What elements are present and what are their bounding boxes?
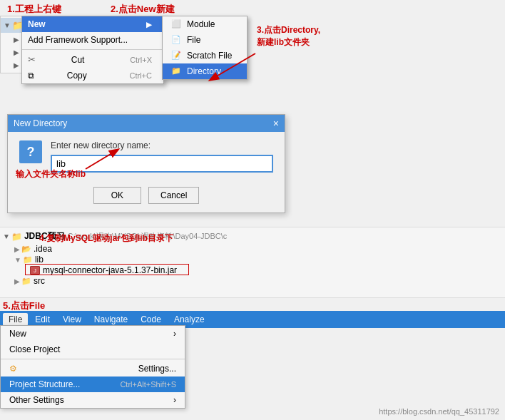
menu-new[interactable]: New ▶: [22, 16, 163, 32]
middle-src[interactable]: ▶ 📁 src: [14, 276, 502, 286]
new-directory-dialog: New Directory × ? Enter new directory na…: [7, 114, 285, 213]
submenu-file[interactable]: 📄 File: [163, 32, 247, 48]
jar-label: mysql-connector-java-5.1.37-bin.jar: [43, 265, 177, 275]
cancel-button[interactable]: Cancel: [148, 187, 199, 204]
menu-copy[interactable]: ⧉ Copy Ctrl+C: [22, 68, 163, 83]
middle-root-icon: 📁: [11, 232, 22, 242]
cut-label: Cut: [71, 55, 85, 65]
step3-annotation: 3.点击Directory,新建lib文件夹: [257, 24, 371, 48]
jar-icon: J: [30, 266, 40, 275]
src-icon2: 📁: [21, 277, 31, 286]
bottom-project-structure[interactable]: Project Structure... Ctrl+Alt+Shift+S: [1, 377, 185, 392]
bottom-close-project[interactable]: Close Project: [1, 342, 185, 357]
directory-icon: 📁: [171, 66, 183, 76]
project-structure-label: Project Structure...: [9, 379, 80, 389]
middle-lib[interactable]: ▼ 📁 lib: [14, 255, 502, 265]
module-icon: ⬜: [171, 19, 183, 29]
idea-arrow: ▶: [14, 245, 20, 253]
bottom-new-arrow: ›: [173, 329, 176, 339]
module-label: Module: [187, 19, 215, 29]
context-menu: New ▶ Add Framework Support... ✂ Cut Ctr…: [21, 16, 164, 84]
submenu-module[interactable]: ⬜ Module: [163, 16, 247, 32]
menu-add-framework[interactable]: Add Framework Support...: [22, 32, 163, 48]
bottom-sep1: [1, 359, 185, 359]
dialog-close-button[interactable]: ×: [273, 118, 279, 129]
cut-icon: ✂: [28, 54, 36, 65]
menubar-view[interactable]: View: [57, 313, 87, 326]
settings-gear-icon: ⚙: [9, 364, 17, 374]
other-settings-arrow: ›: [173, 395, 176, 405]
bottom-file-menu: New › Close Project ⚙ Settings... Projec…: [0, 325, 185, 409]
step2-annotation: 2.点击New新建: [111, 3, 175, 16]
dialog-title-bar: New Directory ×: [8, 115, 285, 132]
idea-label2: .idea: [34, 244, 52, 254]
menu-sep1: [22, 49, 163, 50]
middle-jar[interactable]: J mysql-connector-java-5.1.37-bin.jar: [14, 265, 502, 275]
submenu-directory[interactable]: 📁 Directory: [163, 63, 247, 79]
input-annotation: 输入文件夹名称lib: [16, 168, 86, 180]
tree-expand-arrow: ▼: [4, 21, 12, 29]
dialog-title: New Directory: [14, 118, 67, 128]
submenu-scratch[interactable]: 📝 Scratch File: [163, 48, 247, 63]
scratch-icon: 📝: [171, 51, 183, 61]
dialog-buttons: OK Cancel: [8, 181, 285, 212]
step4-annotation: 4.复制MySQL驱动jar包到lib目录下: [39, 232, 173, 245]
middle-idea[interactable]: ▶ 📂 .idea: [14, 244, 502, 254]
dialog-question-icon: ?: [19, 140, 42, 163]
menubar-analyze[interactable]: Analyze: [168, 313, 210, 326]
idea-icon2: 📂: [21, 245, 31, 254]
middle-collapse-arrow: ▼: [3, 232, 10, 240]
menu-cut[interactable]: ✂ Cut Ctrl+X: [22, 51, 163, 68]
copy-shortcut: Ctrl+C: [130, 71, 152, 80]
copy-label: Copy: [67, 71, 87, 81]
menubar-edit[interactable]: Edit: [29, 313, 56, 326]
submenu: ⬜ Module 📄 File 📝 Scratch File 📁 Directo…: [162, 16, 248, 80]
csdn-watermark: https://blog.csdn.net/qq_45311792: [379, 407, 499, 416]
lib-label: lib: [35, 255, 44, 265]
file-label: File: [187, 35, 200, 45]
directory-label: Directory: [187, 66, 221, 76]
file-icon: 📄: [171, 35, 183, 45]
menubar-code[interactable]: Code: [135, 313, 167, 326]
step1-annotation: 1.工程上右键: [7, 3, 61, 16]
src-label2: src: [34, 276, 45, 286]
lib-arrow: ▼: [14, 256, 21, 264]
project-structure-shortcut: Ctrl+Alt+Shift+S: [120, 380, 176, 389]
cut-shortcut: Ctrl+X: [130, 56, 152, 64]
menubar-file[interactable]: File: [3, 313, 28, 326]
menubar-navigate[interactable]: Navigate: [88, 313, 133, 326]
new-label: New: [28, 19, 46, 29]
bottom-settings-label: Settings...: [138, 364, 176, 374]
add-framework-label: Add Framework Support...: [28, 35, 128, 45]
new-arrow: ▶: [146, 21, 152, 29]
copy-icon: ⧉: [28, 71, 34, 81]
bottom-new[interactable]: New ›: [1, 326, 185, 342]
scratch-label: Scratch File: [187, 51, 232, 61]
bottom-other-settings[interactable]: Other Settings ›: [1, 392, 185, 408]
lib-icon: 📁: [23, 255, 33, 265]
ok-button[interactable]: OK: [93, 187, 141, 204]
bottom-new-label: New: [9, 329, 26, 339]
src-arrow2: ▶: [14, 277, 20, 285]
bottom-close-label: Close Project: [9, 344, 60, 354]
bottom-settings[interactable]: ⚙ Settings...: [1, 361, 185, 377]
middle-tree-items: ▶ 📂 .idea ▼ 📁 lib J mysql-connector-java…: [3, 244, 502, 286]
other-settings-label: Other Settings: [9, 395, 64, 405]
dialog-prompt-label: Enter new directory name:: [51, 140, 273, 150]
